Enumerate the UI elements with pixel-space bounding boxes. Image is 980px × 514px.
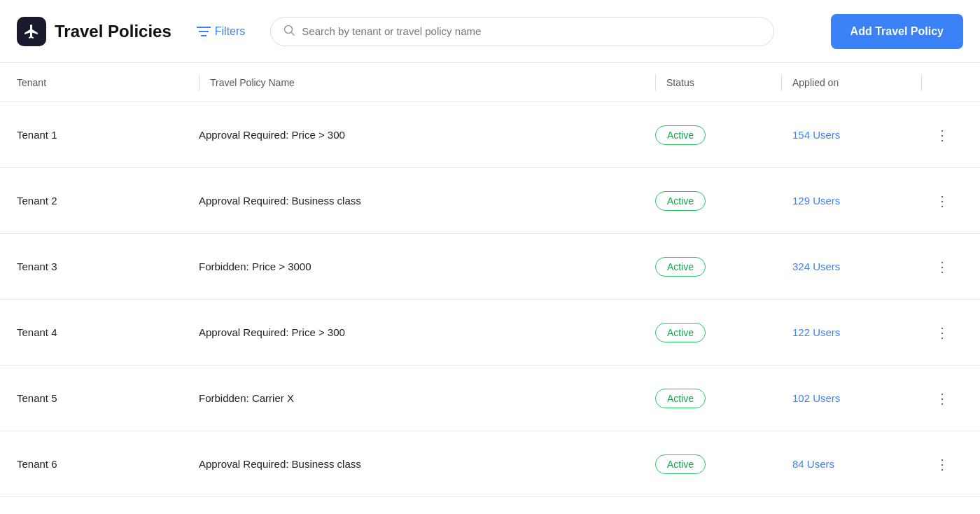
- cell-actions: ⋮: [921, 450, 963, 478]
- search-input[interactable]: [302, 25, 761, 37]
- cell-applied-on: 324 Users: [781, 261, 921, 272]
- cell-actions: ⋮: [921, 253, 963, 281]
- status-badge: Active: [655, 454, 706, 474]
- cell-policy-name: Approval Required: Price > 300: [199, 129, 655, 141]
- cell-tenant: Tenant 3: [17, 261, 199, 272]
- cell-policy-name: Approval Required: Business class: [199, 458, 655, 470]
- cell-applied-on: 102 Users: [781, 392, 921, 404]
- cell-policy-name: Approval Required: Price > 300: [199, 326, 655, 338]
- search-icon: [284, 25, 295, 39]
- cell-applied-on: 129 Users: [781, 195, 921, 207]
- more-options-button[interactable]: ⋮: [930, 319, 955, 347]
- filter-icon: [197, 26, 211, 37]
- cell-actions: ⋮: [921, 384, 963, 412]
- search-wrapper: [270, 17, 774, 46]
- cell-policy-name: Forbidden: Carrier X: [199, 392, 655, 404]
- logo-area: Travel Policies: [17, 17, 172, 46]
- more-options-button[interactable]: ⋮: [930, 384, 955, 412]
- status-badge: Active: [655, 125, 706, 145]
- more-options-button[interactable]: ⋮: [930, 121, 955, 149]
- filters-button[interactable]: Filters: [188, 20, 254, 43]
- status-badge: Active: [655, 191, 706, 211]
- cell-status: Active: [655, 389, 781, 408]
- cell-tenant: Tenant 2: [17, 195, 199, 207]
- header: Travel Policies Filters Add Travel Polic…: [0, 0, 980, 63]
- search-container: [270, 17, 774, 46]
- cell-tenant: Tenant 4: [17, 326, 199, 338]
- add-travel-policy-button[interactable]: Add Travel Policy: [831, 14, 963, 49]
- more-options-button[interactable]: ⋮: [930, 253, 955, 281]
- col-divider-2: [655, 74, 656, 91]
- status-badge: Active: [655, 389, 706, 408]
- cell-tenant: Tenant 1: [17, 129, 199, 141]
- table-header: Tenant Travel Policy Name Status Applied…: [0, 63, 980, 102]
- table-row: Tenant 1 Approval Required: Price > 300 …: [0, 102, 980, 168]
- cell-status: Active: [655, 323, 781, 342]
- page-title: Travel Policies: [55, 22, 172, 41]
- cell-tenant: Tenant 6: [17, 458, 199, 470]
- table-row: Tenant 3 Forbidden: Price > 3000 Active …: [0, 234, 980, 300]
- cell-applied-on: 154 Users: [781, 129, 921, 141]
- cell-tenant: Tenant 5: [17, 392, 199, 404]
- app-logo-icon: [17, 17, 46, 46]
- cell-status: Active: [655, 257, 781, 277]
- col-divider-4: [921, 74, 922, 91]
- col-divider-3: [781, 74, 782, 91]
- svg-line-4: [291, 32, 294, 35]
- table-body: Tenant 1 Approval Required: Price > 300 …: [0, 102, 980, 497]
- more-options-button[interactable]: ⋮: [930, 187, 955, 215]
- cell-status: Active: [655, 454, 781, 474]
- status-badge: Active: [655, 323, 706, 342]
- col-header-tenant: Tenant: [17, 77, 199, 88]
- cell-actions: ⋮: [921, 121, 963, 149]
- cell-actions: ⋮: [921, 187, 963, 215]
- status-badge: Active: [655, 257, 706, 277]
- cell-policy-name: Forbidden: Price > 3000: [199, 261, 655, 272]
- cell-status: Active: [655, 125, 781, 145]
- col-header-applied-on: Applied on: [781, 77, 921, 88]
- col-header-status: Status: [655, 77, 781, 88]
- cell-applied-on: 122 Users: [781, 326, 921, 338]
- table-row: Tenant 2 Approval Required: Business cla…: [0, 168, 980, 234]
- table-row: Tenant 4 Approval Required: Price > 300 …: [0, 300, 980, 366]
- cell-actions: ⋮: [921, 319, 963, 347]
- table-row: Tenant 5 Forbidden: Carrier X Active 102…: [0, 366, 980, 431]
- cell-applied-on: 84 Users: [781, 458, 921, 470]
- cell-status: Active: [655, 191, 781, 211]
- more-options-button[interactable]: ⋮: [930, 450, 955, 478]
- table-row: Tenant 6 Approval Required: Business cla…: [0, 431, 980, 497]
- col-divider-1: [199, 74, 200, 91]
- col-header-policy-name: Travel Policy Name: [199, 77, 655, 88]
- cell-policy-name: Approval Required: Business class: [199, 195, 655, 207]
